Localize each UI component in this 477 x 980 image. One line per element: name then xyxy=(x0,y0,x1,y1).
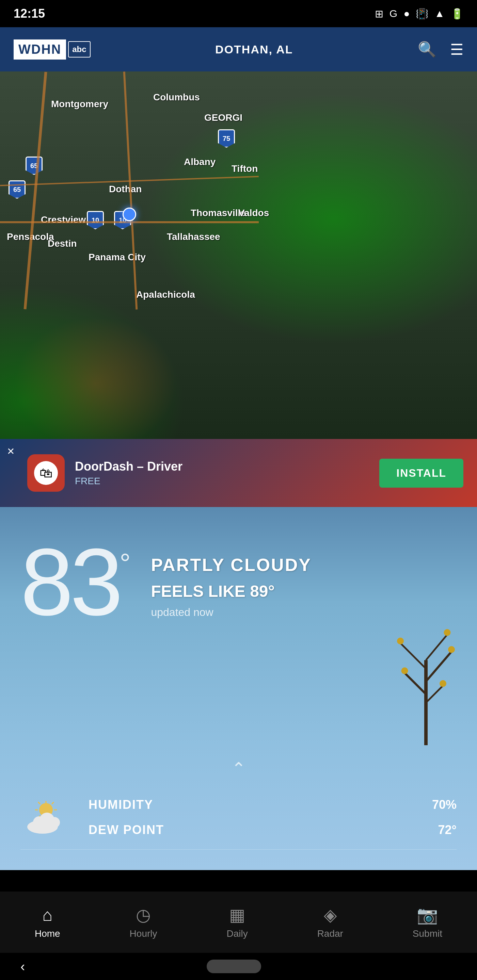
svg-line-3 xyxy=(400,643,426,669)
nav-label-hourly: Hourly xyxy=(130,928,157,939)
header: WDHN abc DOTHAN, AL 🔍 ☰ xyxy=(0,27,477,72)
home-indicator[interactable] xyxy=(207,959,261,973)
ad-banner: ✕ 🛍 DoorDash – Driver FREE INSTALL xyxy=(0,439,477,507)
weather-updated: updated now xyxy=(151,606,311,619)
home-icon: ⌂ xyxy=(42,905,53,925)
map-label-columbus: Columbus xyxy=(153,92,200,103)
nav-label-radar: Radar xyxy=(317,928,343,939)
map-label-destin: Destin xyxy=(48,238,77,249)
dew-point-value: 72° xyxy=(438,823,456,837)
weather-condition: PARTLY CLOUDY xyxy=(151,555,311,575)
humidity-value: 70% xyxy=(432,798,456,812)
camera-icon: 📷 xyxy=(417,905,438,925)
map-label-georgia: GEORGI xyxy=(204,112,242,123)
bottom-navigation: ⌂ Home ◷ Hourly ▦ Daily ◈ Radar 📷 Submit xyxy=(0,891,477,953)
details-labels: HUMIDITY 70% DEW POINT 72° xyxy=(89,792,456,843)
weather-section: 83 ° PARTLY CLOUDY FEELS LIKE 89° update… xyxy=(0,507,477,745)
back-button[interactable]: ‹ xyxy=(21,959,25,974)
weather-tree-decoration xyxy=(375,575,477,745)
weather-details-section: ⌃ xyxy=(0,745,477,870)
header-location: DOTHAN, AL xyxy=(215,43,293,56)
calendar-icon: ▦ xyxy=(229,905,245,925)
road-i10 xyxy=(0,221,259,223)
map-label-valdosta: Valdos xyxy=(238,208,269,218)
dew-point-item: DEW POINT 72° xyxy=(89,817,456,843)
nav-item-daily[interactable]: ▦ Daily xyxy=(227,905,247,939)
dothan-location-dot xyxy=(123,208,136,221)
logo-abc: abc xyxy=(68,41,90,57)
search-icon[interactable]: 🔍 xyxy=(418,40,437,58)
cloud-icon xyxy=(24,800,72,834)
humidity-item: HUMIDITY 70% xyxy=(89,792,456,817)
road-vertical-1 xyxy=(24,72,47,309)
map-background: Montgomery Columbus GEORGI Albany Tifton… xyxy=(0,72,477,439)
svg-point-9 xyxy=(444,629,451,636)
temperature-degree: ° xyxy=(120,548,131,579)
map-label-albany: Albany xyxy=(184,156,215,167)
logo-wdhn: WDHN xyxy=(14,40,66,60)
google-icon: G xyxy=(389,8,397,19)
map-label-crestview: Crestview xyxy=(41,215,86,225)
ad-title: DoorDash – Driver xyxy=(75,460,369,474)
svg-line-17 xyxy=(52,802,54,804)
map-label-panama-city: Panama City xyxy=(89,252,146,263)
temperature-number: 83 xyxy=(21,534,120,630)
shield-10-left: 10 xyxy=(87,211,104,229)
logo-container: WDHN abc xyxy=(14,40,91,60)
partly-cloudy-icon xyxy=(21,800,75,834)
ad-subtitle: FREE xyxy=(75,476,369,487)
weather-temperature: 83 ° xyxy=(21,534,131,630)
ad-icon: 🛍 xyxy=(27,454,65,492)
bottom-bar: ‹ xyxy=(0,953,477,980)
svg-point-6 xyxy=(401,667,408,674)
weather-feels-like: FEELS LIKE 89° xyxy=(151,582,311,601)
map-label-thomasville: Thomasville xyxy=(191,208,246,218)
map-label-apalachicola: Apalachicola xyxy=(136,289,195,300)
shield-65-top: 65 xyxy=(26,156,43,175)
clock-icon: ◷ xyxy=(136,905,151,925)
ad-text: DoorDash – Driver FREE xyxy=(75,460,369,487)
header-actions: 🔍 ☰ xyxy=(418,40,463,58)
dew-point-label: DEW POINT xyxy=(89,823,164,837)
wifi-icon: ▲ xyxy=(434,8,445,19)
feels-like-value: 89° xyxy=(250,582,275,600)
radar-icon: ◈ xyxy=(324,905,337,925)
map-label-tifton: Tifton xyxy=(231,163,258,174)
nav-item-home[interactable]: ⌂ Home xyxy=(35,905,60,939)
feels-like-label: FEELS LIKE xyxy=(151,582,245,600)
shield-75: 75 xyxy=(218,129,235,148)
shield-65-bottom: 65 xyxy=(8,180,26,199)
dot-icon: ● xyxy=(404,8,410,19)
humidity-label: HUMIDITY xyxy=(89,798,153,812)
chevron-up-icon: ⌃ xyxy=(21,759,456,778)
svg-point-10 xyxy=(440,680,447,687)
nav-item-hourly[interactable]: ◷ Hourly xyxy=(130,905,157,939)
details-row: HUMIDITY 70% DEW POINT 72° xyxy=(21,785,456,850)
status-bar: 12:15 ⊞ G ● 📳 ▲ 🔋 xyxy=(0,0,477,27)
map-section[interactable]: Montgomery Columbus GEORGI Albany Tifton… xyxy=(0,72,477,439)
nav-label-submit: Submit xyxy=(413,928,442,939)
nav-label-home: Home xyxy=(35,928,60,939)
status-time: 12:15 xyxy=(14,6,45,21)
ad-close-button[interactable]: ✕ xyxy=(7,446,14,457)
nav-item-radar[interactable]: ◈ Radar xyxy=(317,905,343,939)
svg-point-23 xyxy=(49,817,60,828)
ad-install-button[interactable]: INSTALL xyxy=(379,459,463,488)
vibrate-icon: 📳 xyxy=(416,8,428,20)
svg-line-16 xyxy=(38,802,40,804)
map-label-tallahassee: Tallahassee xyxy=(167,231,220,242)
battery-icon: 🔋 xyxy=(451,8,463,20)
svg-point-8 xyxy=(397,638,404,644)
ad-icon-inner: 🛍 xyxy=(34,461,58,485)
nav-item-submit[interactable]: 📷 Submit xyxy=(413,905,442,939)
svg-line-5 xyxy=(426,686,443,703)
svg-point-7 xyxy=(448,646,455,653)
menu-icon[interactable]: ☰ xyxy=(450,41,463,58)
status-icons: ⊞ G ● 📳 ▲ 🔋 xyxy=(375,8,463,20)
weather-info: PARTLY CLOUDY FEELS LIKE 89° updated now xyxy=(151,534,311,619)
nav-label-daily: Daily xyxy=(227,928,247,939)
doordash-bag-icon: 🛍 xyxy=(40,466,53,480)
svg-line-4 xyxy=(426,635,447,660)
notification-icon: ⊞ xyxy=(375,8,383,20)
svg-line-1 xyxy=(405,673,426,695)
